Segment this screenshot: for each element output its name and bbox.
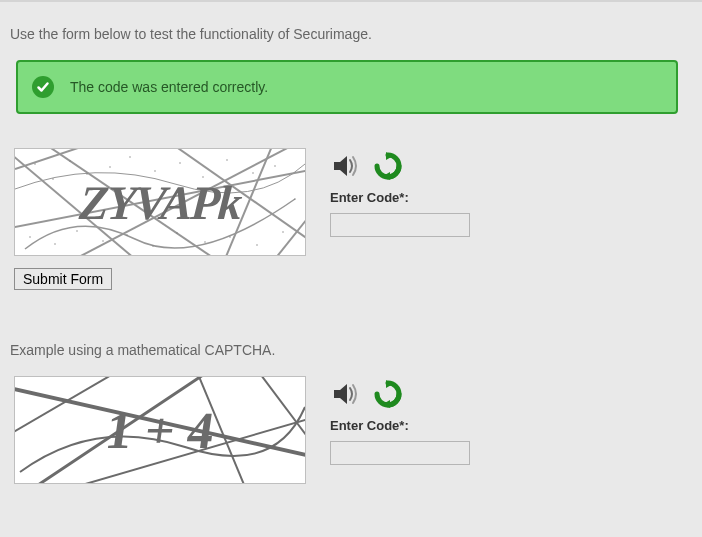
intro-text: Use the form below to test the functiona… [10,26,694,42]
captcha-2-icons [330,378,470,410]
captcha-image-2: 1 + 4 [14,376,306,484]
captcha-1-input[interactable] [330,213,470,237]
section-2-intro: Example using a mathematical CAPTCHA. [10,342,694,358]
checkmark-icon [32,76,54,98]
audio-icon[interactable] [330,150,362,182]
captcha-2-input[interactable] [330,441,470,465]
captcha-image-1-text: ZYVAPk [14,149,306,255]
refresh-icon[interactable] [372,378,404,410]
section-2: Example using a mathematical CAPTCHA. 1 … [8,342,694,484]
captcha-1-label: Enter Code*: [330,190,470,205]
svg-marker-32 [334,156,347,176]
success-message: The code was entered correctly. [70,79,268,95]
captcha-1-controls: Enter Code*: [330,148,470,237]
success-alert: The code was entered correctly. [16,60,678,114]
captcha-2-controls: Enter Code*: [330,376,470,465]
captcha-1: ZYVAPk [14,148,694,256]
svg-marker-41 [334,384,347,404]
refresh-icon[interactable] [372,150,404,182]
captcha-1-icons [330,150,470,182]
page: Use the form below to test the functiona… [0,0,702,492]
captcha-image-2-text: 1 + 4 [14,377,306,483]
audio-icon[interactable] [330,378,362,410]
captcha-2: 1 + 4 [14,376,694,484]
submit-button[interactable]: Submit Form [14,268,112,290]
captcha-2-label: Enter Code*: [330,418,470,433]
submit-wrap: Submit Form [14,268,694,290]
captcha-image-1: ZYVAPk [14,148,306,256]
